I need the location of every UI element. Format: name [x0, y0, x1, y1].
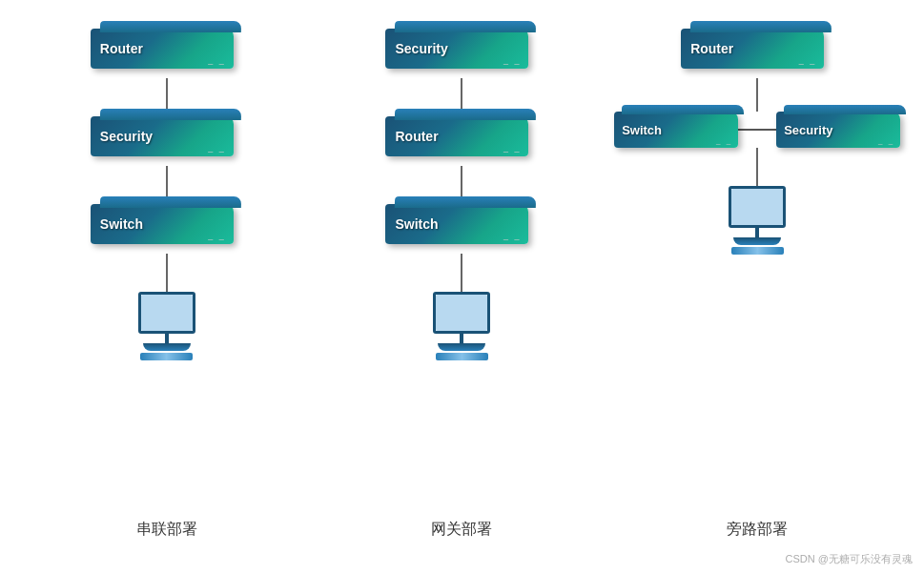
- diagram-serial: Router Security Switch: [62, 29, 272, 360]
- monitor-1: [138, 292, 195, 334]
- security-label-2: Security: [395, 41, 447, 56]
- monitor-2: [433, 292, 490, 334]
- keyboard-3: [731, 247, 784, 255]
- device-security-3: Security: [776, 112, 900, 148]
- device-switch-2: Switch: [385, 204, 538, 254]
- caption-gateway: 网关部署: [357, 520, 566, 540]
- diagram-gateway: Security Router Switch: [357, 29, 566, 360]
- router-label-1: Router: [100, 41, 143, 56]
- device-security-1: Security: [91, 116, 243, 166]
- monitor-screen-2: [436, 295, 487, 331]
- switch-label-1: Switch: [100, 216, 143, 232]
- monitor-3: [729, 186, 786, 228]
- monitor-base-1: [143, 343, 191, 351]
- monitor-screen-1: [141, 295, 193, 331]
- caption-bypass: 旁路部署: [652, 520, 862, 540]
- diagrams-container: Router Security Switch: [0, 0, 924, 515]
- connector-3-1: [756, 78, 758, 112]
- computer-1: [138, 292, 195, 360]
- router-label-2: Router: [395, 129, 438, 144]
- monitor-base-2: [438, 343, 485, 351]
- device-router-2: Router: [385, 116, 538, 166]
- bypass-horizontal: Switch Security: [614, 112, 900, 148]
- device-router-1: Router: [91, 29, 243, 78]
- connector-2-3: [461, 254, 462, 292]
- monitor-stand-2: [460, 334, 463, 343]
- connector-1-3: [166, 254, 168, 292]
- connector-3-2: [756, 148, 758, 186]
- device-security-2: Security: [385, 29, 538, 78]
- connector-3-h: [738, 129, 776, 131]
- watermark: CSDN @无糖可乐没有灵魂: [786, 552, 913, 566]
- keyboard-1: [140, 353, 193, 360]
- router-label-3: Router: [690, 41, 733, 56]
- monitor-base-3: [733, 237, 781, 245]
- captions-row: 串联部署 网关部署 旁路部署: [0, 515, 924, 540]
- keyboard-2: [436, 353, 488, 360]
- device-router-3: Router: [681, 29, 833, 78]
- monitor-screen-3: [731, 189, 783, 225]
- switch-label-2: Switch: [395, 216, 438, 232]
- monitor-stand-1: [165, 334, 169, 343]
- security-label-1: Security: [100, 129, 153, 144]
- computer-2: [433, 292, 490, 360]
- switch-label-3: Switch: [622, 123, 662, 137]
- diagram-bypass: Router Switch Security: [652, 29, 862, 255]
- monitor-stand-3: [755, 228, 759, 237]
- device-switch-3: Switch: [614, 112, 738, 148]
- caption-serial: 串联部署: [62, 520, 272, 540]
- security-label-3: Security: [784, 123, 832, 137]
- computer-3: [729, 186, 786, 255]
- device-switch-1: Switch: [91, 204, 243, 254]
